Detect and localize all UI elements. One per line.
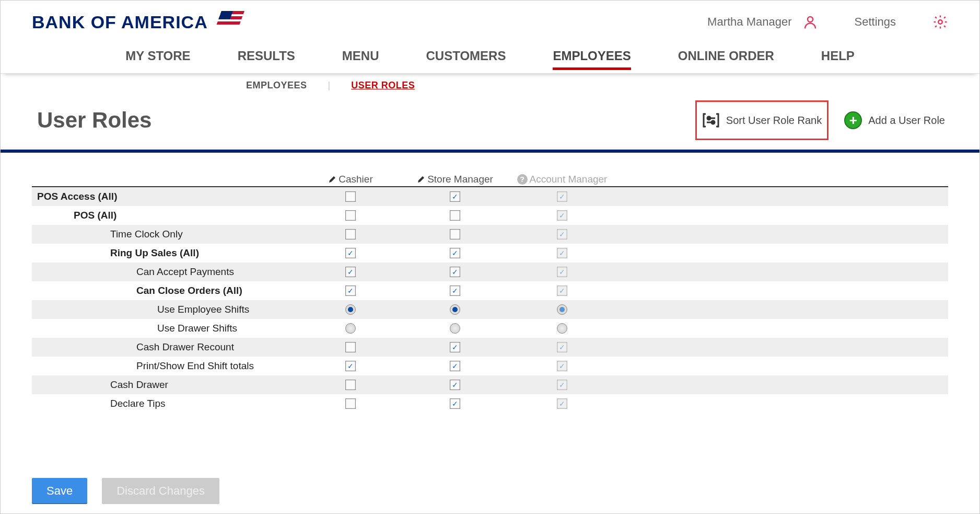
permission-cell	[298, 206, 403, 225]
user-section[interactable]: Martha Manager	[707, 14, 818, 30]
checkbox[interactable]	[345, 380, 356, 390]
permission-cell: ✓	[507, 244, 617, 262]
checkbox: ✓	[557, 398, 567, 409]
add-user-role-button[interactable]: + Add a User Role	[841, 106, 948, 134]
permission-cell: ✓	[403, 244, 507, 262]
permission-row: Use Drawer Shifts	[32, 319, 948, 338]
save-button[interactable]: Save	[32, 478, 87, 504]
subnav-employees[interactable]: EMPLOYEES	[246, 80, 307, 91]
pencil-icon	[328, 175, 336, 184]
main-nav: MY STORERESULTSMENUCUSTOMERSEMPLOYEESONL…	[1, 43, 979, 74]
permission-label: Use Employee Shifts	[32, 300, 298, 319]
permission-cell	[403, 300, 507, 319]
user-name: Martha Manager	[707, 15, 791, 29]
nav-my-store[interactable]: MY STORE	[125, 49, 190, 70]
checkbox[interactable]: ✓	[345, 248, 356, 258]
checkbox[interactable]: ✓	[450, 191, 460, 202]
checkbox[interactable]	[345, 210, 356, 221]
title-actions: Sort User Role Rank + Add a User Role	[695, 100, 948, 140]
nav-menu[interactable]: MENU	[342, 49, 379, 70]
permission-row: POS (All)✓	[32, 206, 948, 225]
role-header-store-manager[interactable]: Store Manager	[403, 174, 507, 185]
checkbox[interactable]: ✓	[450, 380, 460, 390]
permission-label: Print/Show End Shift totals	[32, 357, 298, 375]
settings-link[interactable]: Settings	[855, 15, 896, 29]
nav-employees[interactable]: EMPLOYEES	[553, 49, 631, 70]
checkbox: ✓	[557, 267, 567, 277]
gear-icon[interactable]	[932, 14, 948, 30]
permission-cell	[298, 187, 403, 206]
permission-cell: ✓	[298, 262, 403, 281]
permission-cell: ✓	[507, 375, 617, 394]
checkbox[interactable]	[345, 342, 356, 352]
permission-cell	[298, 319, 403, 338]
checkbox[interactable]: ✓	[345, 267, 356, 277]
permission-row: Cash Drawer Recount✓✓	[32, 338, 948, 357]
permission-cell: ✓	[507, 206, 617, 225]
add-user-role-label: Add a User Role	[868, 115, 945, 127]
sort-user-role-rank-button[interactable]: Sort User Role Rank	[695, 100, 829, 140]
brand-logo: BANK OF AMERICA	[32, 11, 246, 33]
permission-cell: ✓	[298, 357, 403, 375]
subnav-divider: |	[328, 80, 331, 91]
permission-cell: ✓	[403, 187, 507, 206]
checkbox[interactable]	[345, 229, 356, 239]
checkbox[interactable]: ✓	[450, 267, 460, 277]
permission-row: Declare Tips✓✓	[32, 394, 948, 412]
permission-cell: ✓	[403, 375, 507, 394]
checkbox[interactable]: ✓	[345, 285, 356, 296]
footer-buttons: Save Discard Changes	[32, 478, 219, 504]
checkbox: ✓	[557, 361, 567, 371]
permission-row: Use Employee Shifts	[32, 300, 948, 319]
permission-cell: ✓	[507, 281, 617, 300]
header: BANK OF AMERICA Martha Manager Set	[1, 1, 979, 43]
permission-cell: ✓	[298, 281, 403, 300]
checkbox[interactable]	[345, 398, 356, 409]
permission-cell: ✓	[507, 225, 617, 244]
checkbox[interactable]: ✓	[450, 398, 460, 409]
permission-cell: ✓	[507, 187, 617, 206]
checkbox[interactable]: ✓	[450, 342, 460, 352]
page-title: User Roles	[37, 108, 151, 133]
discard-changes-button[interactable]: Discard Changes	[102, 478, 219, 504]
radio	[557, 323, 567, 334]
grid-body[interactable]: POS Access (All)✓✓POS (All)✓Time Clock O…	[32, 187, 948, 412]
permission-cell: ✓	[298, 244, 403, 262]
permission-label: POS Access (All)	[32, 187, 298, 206]
nav-customers[interactable]: CUSTOMERS	[426, 49, 506, 70]
nav-help[interactable]: HELP	[821, 49, 855, 70]
nav-results[interactable]: RESULTS	[238, 49, 295, 70]
subnav-user-roles[interactable]: USER ROLES	[351, 80, 415, 91]
sort-label: Sort User Role Rank	[726, 115, 822, 127]
permission-cell	[403, 319, 507, 338]
radio[interactable]	[345, 323, 356, 334]
checkbox[interactable]	[345, 191, 356, 202]
permission-cell: ✓	[507, 262, 617, 281]
checkbox[interactable]	[450, 210, 460, 221]
user-icon	[802, 14, 818, 30]
radio[interactable]	[450, 323, 460, 334]
checkbox: ✓	[557, 285, 567, 296]
permission-cell	[507, 300, 617, 319]
checkbox[interactable]	[450, 229, 460, 239]
checkbox[interactable]: ✓	[450, 361, 460, 371]
permission-cell	[298, 300, 403, 319]
checkbox[interactable]: ✓	[450, 248, 460, 258]
permission-cell: ✓	[403, 262, 507, 281]
checkbox: ✓	[557, 229, 567, 239]
radio[interactable]	[345, 304, 356, 315]
svg-point-5	[938, 20, 942, 24]
role-header-cashier[interactable]: Cashier	[298, 174, 403, 185]
svg-point-4	[808, 17, 813, 22]
svg-point-7	[711, 121, 715, 124]
checkbox[interactable]: ✓	[450, 285, 460, 296]
radio	[557, 304, 567, 315]
header-right: Martha Manager Settings	[707, 14, 948, 30]
permission-cell	[298, 375, 403, 394]
checkbox[interactable]: ✓	[345, 361, 356, 371]
nav-online-order[interactable]: ONLINE ORDER	[678, 49, 774, 70]
permission-cell: ✓	[507, 338, 617, 357]
permission-cell: ✓	[403, 338, 507, 357]
permission-cell	[298, 338, 403, 357]
radio[interactable]	[450, 304, 460, 315]
